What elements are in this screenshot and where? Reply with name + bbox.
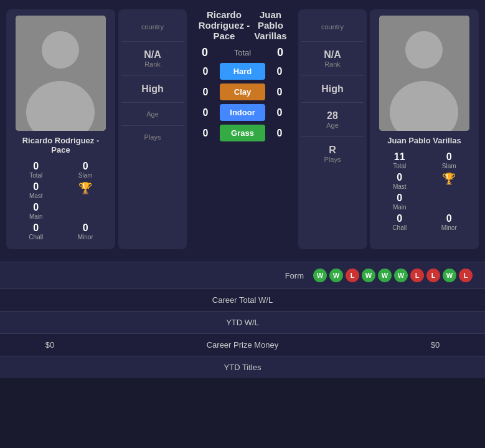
left-plays-label: Plays: [125, 133, 181, 141]
left-country: country: [125, 23, 181, 31]
total-score-right: 0: [271, 46, 289, 59]
total-score-left: 0: [196, 46, 214, 59]
clay-score-right: 0: [270, 87, 289, 98]
names-row: RicardoRodriguez - Pace Juan PabloVarill…: [190, 9, 295, 41]
left-stat-mast: 0 Mast: [12, 181, 60, 199]
svg-point-1: [42, 31, 79, 69]
right-stats-grid: 11 Total 0 Slam: [376, 151, 473, 169]
right-stats-grid-2: 0 Mast 🏆 0 Main: [376, 172, 473, 211]
career-prize-row: $0 Career Prize Money $0: [0, 333, 485, 356]
right-rank-value: N/A: [304, 49, 360, 60]
form-badge-l: L: [426, 269, 440, 282]
total-score-line: 0 Total 0: [190, 44, 295, 61]
surface-row-clay: 0 Clay 0: [190, 82, 295, 102]
form-badge-l: L: [410, 269, 424, 282]
clay-btn[interactable]: Clay: [220, 83, 265, 100]
surface-row-grass: 0 Grass 0: [190, 123, 295, 143]
right-age-value: 28: [304, 110, 360, 122]
left-player-avatar: [16, 16, 106, 131]
ytd-wl-label: YTD W/L: [12, 318, 473, 327]
center-name-right: Juan PabloVarillas: [252, 9, 289, 41]
right-rank-label: Rank: [304, 60, 360, 68]
grass-score-left: 0: [196, 128, 215, 139]
clay-score-left: 0: [196, 87, 215, 98]
left-age-block: Age: [121, 103, 184, 126]
right-rank-block: N/A Rank: [301, 42, 364, 76]
left-player-name: Ricardo Rodriguez - Pace: [12, 136, 109, 155]
form-label: Form: [229, 271, 304, 280]
right-country-block: country: [301, 16, 364, 42]
left-stats-grid-3: 0 Chall 0 Minor: [12, 222, 109, 241]
ytd-titles-label: YTD Titles: [12, 363, 473, 372]
right-prize: $0: [398, 340, 473, 350]
center-name-left: RicardoRodriguez - Pace: [196, 9, 252, 41]
left-middle-panel: country N/A Rank High Age Plays: [118, 9, 187, 249]
hard-score-right: 0: [270, 66, 289, 77]
form-section: Form WWLWWWLLWL: [0, 262, 485, 288]
form-badges: WWLWWWLLWL: [313, 269, 473, 282]
right-stat-total: 11 Total: [376, 151, 423, 169]
left-stats-grid-2: 0 Mast 🏆 0 Main: [12, 181, 109, 220]
right-country: country: [304, 23, 360, 31]
bottom-section: Form WWLWWWLLWL Career Total W/L YTD W/L…: [0, 262, 485, 378]
left-rank-label: Rank: [125, 60, 181, 68]
center-wrapper: RicardoRodriguez - Pace Juan PabloVarill…: [190, 9, 295, 249]
indoor-score-right: 0: [270, 107, 289, 118]
indoor-btn[interactable]: Indoor: [220, 104, 265, 121]
left-stat-total: 0 Total: [12, 161, 60, 179]
form-badge-w: W: [378, 269, 392, 282]
indoor-score-left: 0: [196, 107, 215, 118]
form-badge-l: L: [346, 269, 359, 282]
hard-btn[interactable]: Hard: [220, 63, 265, 80]
right-plays-block: R Plays: [301, 137, 364, 171]
left-stat-minor: 0 Minor: [62, 222, 110, 241]
career-wl-row: Career Total W/L: [0, 288, 485, 311]
left-rank-block: N/A Rank: [121, 42, 184, 76]
left-high-block: High: [121, 76, 184, 103]
career-prize-label: Career Prize Money: [87, 340, 398, 350]
ytd-wl-row: YTD W/L: [0, 311, 485, 333]
hard-score-left: 0: [196, 66, 215, 77]
right-high-block: High: [301, 76, 364, 103]
right-trophy-icon: 🏆: [442, 172, 456, 186]
right-trophy-icon-cell: 🏆: [426, 172, 473, 190]
grass-score-right: 0: [270, 128, 289, 139]
form-badge-w: W: [362, 269, 375, 282]
surface-row-indoor: 0 Indoor 0: [190, 102, 295, 123]
left-trophy-icon-cell: 🏆: [62, 181, 110, 199]
left-stat-slam: 0 Slam: [62, 161, 110, 179]
main-container: Ricardo Rodriguez - Pace 0 Total 0 Slam …: [0, 0, 485, 378]
left-player-card: Ricardo Rodriguez - Pace 0 Total 0 Slam …: [6, 9, 115, 249]
total-label: Total: [219, 48, 266, 57]
form-badge-w: W: [443, 269, 456, 282]
form-badge-w: W: [394, 269, 408, 282]
left-stat-chall: 0 Chall: [12, 222, 60, 241]
right-stat-main: 0 Main: [376, 193, 423, 211]
svg-point-4: [405, 31, 443, 69]
grass-btn[interactable]: Grass: [220, 125, 265, 141]
right-stat-chall: 0 Chall: [376, 213, 423, 231]
players-section: Ricardo Rodriguez - Pace 0 Total 0 Slam …: [0, 0, 485, 259]
right-player-name: Juan Pablo Varillas: [376, 136, 473, 145]
left-plays-block: Plays: [121, 126, 184, 148]
form-badge-w: W: [329, 269, 343, 282]
left-rank-value: N/A: [125, 49, 181, 60]
left-country-block: country: [121, 16, 184, 42]
left-stats-grid: 0 Total 0 Slam: [12, 161, 109, 179]
left-trophy-icon: 🏆: [78, 181, 92, 195]
right-age-label: Age: [304, 122, 360, 129]
right-stat-slam: 0 Slam: [426, 151, 473, 169]
career-wl-label: Career Total W/L: [12, 295, 473, 305]
right-stats-panel: country N/A Rank High 28 Age R Plays: [298, 9, 367, 249]
form-badge-l: L: [459, 269, 473, 282]
left-stat-main: 0 Main: [12, 202, 60, 220]
right-age-block: 28 Age: [301, 103, 364, 137]
right-stats-grid-3: 0 Chall 0 Minor: [376, 213, 473, 231]
left-age-label: Age: [125, 110, 181, 118]
right-plays-label: Plays: [304, 156, 360, 163]
left-high-value: High: [125, 83, 181, 95]
right-player-avatar: [379, 16, 469, 131]
left-prize: $0: [12, 340, 87, 350]
right-stat-mast: 0 Mast: [376, 172, 423, 190]
ytd-titles-row: YTD Titles: [0, 356, 485, 378]
